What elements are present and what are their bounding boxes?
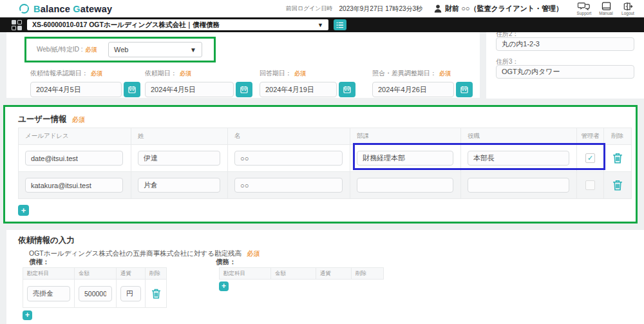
department-input[interactable]	[357, 178, 453, 193]
payable-header: 勘定科目 金額 通貨 削除	[220, 268, 384, 280]
col-account: 勘定科目	[220, 268, 271, 280]
add-receivable-button[interactable]: +	[23, 310, 32, 320]
calendar-button[interactable]	[124, 82, 140, 97]
currency-input[interactable]	[120, 286, 141, 301]
add-payable-button[interactable]: +	[219, 281, 229, 291]
col-last-name: 姓	[131, 128, 228, 145]
delete-row-button[interactable]	[612, 180, 623, 191]
col-currency: 通貨	[316, 268, 352, 280]
receivable-row-1	[23, 280, 167, 308]
support-icon	[578, 2, 591, 11]
last-login-value: 2023年9月27日 17時23分3秒	[339, 5, 423, 14]
user-table: メールアドレス 姓 名 部課 役職 管理者 削除 ✓	[18, 128, 632, 199]
col-delete: 削除	[146, 268, 167, 280]
logo-icon	[19, 4, 29, 14]
engagement-select[interactable]: XS-60000010-017 OGTホールディングス株式会社｜債権債務 ▼	[27, 19, 328, 30]
support-label: Support	[577, 11, 592, 15]
delete-row-button[interactable]	[151, 289, 161, 299]
last-login-label: 前回ログイン日時	[286, 5, 333, 13]
delete-row-button[interactable]	[612, 153, 623, 164]
receivable-table: 勘定科目 金額 通貨 削除	[23, 267, 167, 308]
list-button[interactable]	[334, 19, 346, 30]
calendar-button[interactable]	[339, 82, 355, 97]
department-input[interactable]	[357, 151, 453, 166]
user-row-2	[19, 172, 632, 199]
position-input[interactable]	[468, 151, 569, 166]
last-name-input[interactable]	[138, 178, 220, 193]
receivable-header: 勘定科目 金額 通貨 削除	[23, 268, 167, 280]
col-email: メールアドレス	[19, 128, 131, 145]
col-delete: 削除	[352, 268, 384, 280]
approval-due-date-group: 依頼情報承認期日：必須	[30, 69, 140, 97]
approval-due-date-input[interactable]	[30, 82, 122, 97]
position-input[interactable]	[468, 178, 569, 193]
address2-input[interactable]	[496, 37, 634, 51]
col-position: 役職	[461, 128, 577, 145]
request-subtitle: OGTホールディングス株式会社の五井商事株式会社に対する勘定残高	[29, 249, 242, 257]
first-name-input[interactable]	[234, 151, 343, 166]
trash-icon	[612, 180, 623, 191]
support-button[interactable]: Support	[573, 2, 595, 15]
user-row-1: ✓	[19, 145, 632, 172]
trash-icon	[612, 153, 623, 164]
request-due-date-group: 依頼期日：必須	[145, 69, 252, 97]
calendar-button[interactable]	[236, 82, 252, 97]
col-currency: 通貨	[117, 268, 146, 280]
request-info-section: 依頼情報の入力 OGTホールディングス株式会社の五井商事株式会社に対する勘定残高…	[6, 230, 644, 324]
address-panel: 住所2： 住所3：	[486, 32, 644, 99]
calendar-icon	[128, 86, 136, 93]
col-delete: 削除	[604, 128, 632, 145]
reconcile-due-date-input[interactable]	[372, 82, 454, 97]
manual-icon	[601, 2, 611, 11]
payable-table: 勘定科目 金額 通貨 削除	[219, 267, 384, 280]
webtype-value: Web	[114, 46, 128, 53]
first-name-input[interactable]	[234, 178, 343, 193]
email-input[interactable]	[25, 178, 123, 193]
page: { "colors": { "accent_teal": "#2bb3b8", …	[0, 0, 644, 324]
amount-input[interactable]	[79, 286, 112, 301]
last-name-input[interactable]	[138, 151, 220, 166]
chevron-down-icon: ▼	[190, 46, 196, 53]
add-user-button[interactable]: +	[18, 205, 29, 216]
email-input[interactable]	[25, 151, 123, 166]
admin-checkbox-unchecked[interactable]	[585, 180, 595, 190]
reconcile-due-date-group: 照合・差異調整期日：必須	[372, 69, 473, 97]
col-account: 勘定科目	[23, 268, 75, 280]
logout-icon	[623, 2, 633, 11]
col-first-name: 名	[228, 128, 350, 145]
webtype-dropdown[interactable]: Web ▼	[108, 42, 202, 57]
chevron-down-icon: ▼	[317, 22, 323, 28]
answer-due-date-group: 回答期日：必須	[260, 69, 355, 97]
user-info-section: ユーザー情報 必須 メールアドレス 姓 名 部課 役職 管理者 削除 ✓	[3, 105, 638, 224]
address3-input[interactable]	[496, 65, 634, 79]
black-toolbar: XS-60000010-017 OGTホールディングス株式会社｜債権債務 ▼	[0, 17, 644, 32]
app-logo: Balance Gateway	[19, 4, 112, 14]
brand-title: Balance Gateway	[33, 4, 112, 14]
request-due-date-input[interactable]	[145, 82, 234, 97]
required-badge: 必須	[72, 116, 85, 123]
app-header: Balance Gateway 前回ログイン日時 2023年9月27日 17時2…	[0, 0, 644, 17]
col-amount: 金額	[271, 268, 316, 280]
user-chip: 財前 ○○（監査クライアント・管理）	[434, 4, 563, 14]
webtype-label: Web/紙/特定ID :必須	[37, 45, 97, 54]
required-badge: 必須	[86, 46, 97, 53]
answer-due-date-input[interactable]	[260, 82, 337, 97]
manual-button[interactable]: Manual	[595, 2, 617, 15]
request-section-title: 依頼情報の入力	[18, 236, 75, 245]
apps-grid-icon[interactable]	[12, 20, 22, 30]
admin-checkbox-checked[interactable]: ✓	[585, 153, 595, 163]
calendar-icon	[343, 86, 351, 93]
trash-icon	[151, 289, 161, 299]
engagement-select-value: XS-60000010-017 OGTホールディングス株式会社｜債権債務	[32, 21, 220, 30]
calendar-button[interactable]	[456, 82, 473, 97]
user-name: 財前 ○○（監査クライアント・管理）	[445, 4, 563, 14]
required-badge: 必須	[247, 250, 260, 257]
col-amount: 金額	[75, 268, 117, 280]
logout-button[interactable]: Logout	[617, 2, 639, 15]
user-section-title: ユーザー情報	[18, 115, 67, 124]
col-admin: 管理者	[577, 128, 604, 145]
payable-label: 債務：	[216, 258, 236, 267]
account-input[interactable]	[27, 286, 70, 301]
user-table-header: メールアドレス 姓 名 部課 役職 管理者 削除	[19, 128, 632, 145]
logout-label: Logout	[621, 11, 634, 15]
